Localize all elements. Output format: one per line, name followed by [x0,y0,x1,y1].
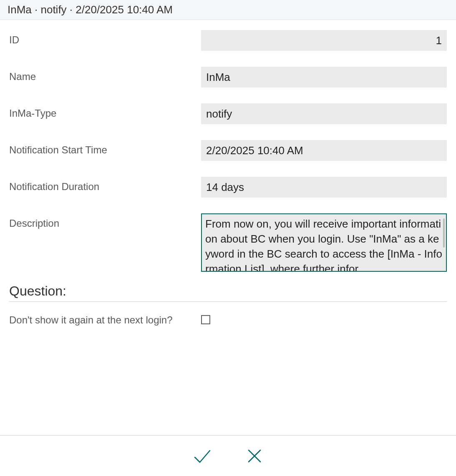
section-title-question: Question: [9,283,447,299]
value-type: notify [206,108,232,120]
value-duration: 14 days [206,181,244,194]
title-bar: InMa · notify · 2/20/2025 10:40 AM [0,0,456,20]
label-dont-show: Don't show it again at the next login? [9,313,201,326]
row-id: ID 1 [9,30,447,51]
value-start-time: 2/20/2025 10:40 AM [206,144,303,157]
label-duration: Notification Duration [9,177,201,193]
row-dont-show: Don't show it again at the next login? [9,313,447,326]
check-icon [192,446,212,466]
section-separator [9,301,447,302]
field-type[interactable]: notify [201,103,447,124]
label-name: Name [9,67,201,83]
value-id: 1 [436,34,442,47]
close-icon [246,448,263,464]
row-start-time: Notification Start Time 2/20/2025 10:40 … [9,140,447,161]
field-name[interactable]: InMa [201,67,447,88]
row-duration: Notification Duration 14 days [9,177,447,198]
ok-button[interactable] [192,446,212,466]
field-start-time[interactable]: 2/20/2025 10:40 AM [201,140,447,161]
value-description: From now on, you will receive important … [205,217,443,272]
row-type: InMa-Type notify [9,103,447,124]
field-id[interactable]: 1 [201,30,447,51]
label-type: InMa-Type [9,103,201,119]
row-name: Name InMa [9,67,447,88]
label-start-time: Notification Start Time [9,140,201,156]
row-description: Description From now on, you will receiv… [9,213,447,272]
dialog-footer [0,435,456,476]
label-id: ID [9,30,201,46]
form-content: ID 1 Name InMa InMa-Type notify Notifica… [0,20,456,326]
checkbox-dont-show[interactable] [201,315,210,324]
field-description[interactable]: From now on, you will receive important … [201,213,447,272]
cancel-button[interactable] [245,446,264,466]
field-duration[interactable]: 14 days [201,177,447,198]
label-description: Description [9,213,201,229]
title-text: InMa · notify · 2/20/2025 10:40 AM [8,3,173,16]
value-name: InMa [206,71,230,84]
